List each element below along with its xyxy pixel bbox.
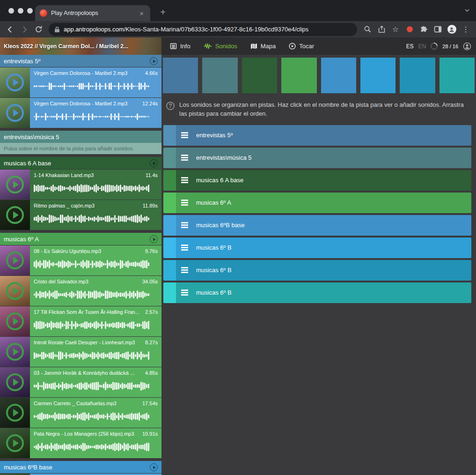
close-window-button[interactable] <box>8 8 14 14</box>
minimize-window-button[interactable] <box>18 8 23 14</box>
clip-item[interactable]: Virgen Carmen Dolorosa - Maribel 2.mp3 1… <box>0 98 161 128</box>
track-color-swatch[interactable] <box>439 58 475 93</box>
section-title[interactable]: musicas 6 A base <box>4 160 150 167</box>
track-name[interactable]: musicas 6º B <box>196 289 232 296</box>
new-tab-button[interactable]: + <box>156 6 169 19</box>
clip-play-icon[interactable] <box>6 252 24 269</box>
drag-handle-icon[interactable] <box>181 132 188 138</box>
lang-en-button[interactable]: EN <box>418 43 426 50</box>
share-icon[interactable] <box>375 23 388 36</box>
track-name[interactable]: musicas 6º B <box>196 267 232 274</box>
section-title[interactable]: entrevistas 5º <box>4 58 150 65</box>
drag-handle-icon[interactable] <box>181 267 188 273</box>
clip-play-icon[interactable] <box>6 373 24 391</box>
clip-item[interactable]: 17 Till Flickan Som Är Tusen År-Halling … <box>0 306 161 336</box>
clip-item[interactable]: Pata Negra - Los Managers (256 kbps).mp3… <box>0 428 161 458</box>
tab-mapa[interactable]: Mapa <box>250 43 276 50</box>
account-icon[interactable] <box>463 42 471 51</box>
clip-item[interactable]: Carmen Carreto _ Castañuelas.mp3 17.54s <box>0 398 161 428</box>
track-body[interactable]: musicas 6 A base <box>176 170 471 191</box>
section-header[interactable]: musicas 6ºB base <box>0 461 161 473</box>
track-color-swatch[interactable] <box>242 58 277 93</box>
clip-thumbnail[interactable] <box>0 398 30 428</box>
tab-search-chevron-icon[interactable] <box>464 7 470 15</box>
bookmark-star-icon[interactable]: ☆ <box>389 23 402 36</box>
clip-play-icon[interactable] <box>6 104 24 122</box>
back-button[interactable] <box>4 23 17 36</box>
drag-handle-icon[interactable] <box>181 245 188 251</box>
track-name[interactable]: musicas 6ºB base <box>196 222 245 229</box>
track-row[interactable]: musicas 6º A <box>163 193 471 213</box>
clip-thumbnail[interactable] <box>0 276 30 306</box>
track-color-swatch[interactable] <box>202 58 237 93</box>
clip-thumbnail[interactable] <box>0 245 30 275</box>
clip-thumbnail[interactable] <box>0 200 30 230</box>
clip-play-icon[interactable] <box>6 343 24 361</box>
track-color-swatch[interactable] <box>321 58 356 93</box>
breadcrumb[interactable]: Kleos 2022 // Virgen Carmen Dol... / Mar… <box>0 37 161 55</box>
clip-item[interactable]: Cristo del Salvador.mp3 34.05s <box>0 276 161 306</box>
section-title[interactable]: musicas 6ºB base <box>4 464 150 471</box>
extensions-puzzle-icon[interactable] <box>417 23 430 36</box>
tab-info[interactable]: Info <box>170 43 190 50</box>
browser-tab[interactable]: Play Antropoloops × <box>35 5 150 21</box>
track-color-swatch[interactable] <box>360 58 395 93</box>
clip-thumbnail[interactable] <box>0 170 30 200</box>
section-play-icon[interactable] <box>150 463 158 471</box>
section-play-icon[interactable] <box>150 159 158 167</box>
track-name[interactable]: entrevistas 5º <box>196 132 233 139</box>
section-play-icon[interactable] <box>150 57 158 65</box>
section-header[interactable]: entrevistas 5º <box>0 55 161 67</box>
address-bar[interactable]: app.antropoloops.com/Kleos-Santa-Marina/… <box>49 23 357 36</box>
clip-play-icon[interactable] <box>6 312 24 330</box>
track-row[interactable]: musicas 6 A base <box>163 170 471 191</box>
clip-play-icon[interactable] <box>6 74 24 91</box>
browser-menu-icon[interactable]: ⋮ <box>459 23 472 36</box>
recording-extension-icon[interactable] <box>403 23 416 36</box>
tab-sonidos[interactable]: Sonidos <box>204 43 237 50</box>
section-title[interactable]: musicas 6º A <box>4 236 150 243</box>
clip-thumbnail[interactable] <box>0 367 30 397</box>
track-body[interactable]: musicas 6º B <box>176 238 471 258</box>
clip-item[interactable]: 08 - Es Sakūru Uguntiņu.mp3 9.76s <box>0 245 161 275</box>
zoom-indicator-icon[interactable] <box>361 23 374 36</box>
drag-handle-icon[interactable] <box>181 289 188 296</box>
track-body[interactable]: entrevistas 5º <box>176 125 471 146</box>
clip-thumbnail[interactable] <box>0 306 30 336</box>
profile-avatar[interactable] <box>445 23 458 36</box>
track-body[interactable]: musicas 6º B <box>176 282 471 303</box>
section-play-icon[interactable] <box>150 235 158 243</box>
track-body[interactable]: musicas 6º B <box>176 260 471 281</box>
drag-handle-icon[interactable] <box>181 177 188 183</box>
tab-close-icon[interactable]: × <box>138 9 146 18</box>
clip-play-icon[interactable] <box>6 176 24 193</box>
drag-handle-icon[interactable] <box>181 222 188 228</box>
clip-item[interactable]: 1-14 Khakasian Land.mp3 11.4s <box>0 170 161 200</box>
track-color-swatch[interactable] <box>400 58 435 93</box>
track-row[interactable]: musicas 6º B <box>163 260 471 281</box>
track-name[interactable]: entrevistas\música 5 <box>196 154 252 161</box>
clip-play-icon[interactable] <box>6 404 24 422</box>
track-row[interactable]: entrevistas 5º <box>163 125 471 146</box>
track-row[interactable]: musicas 6º B <box>163 238 471 258</box>
track-body[interactable]: musicas 6º A <box>176 193 471 213</box>
track-color-swatch[interactable] <box>281 58 316 93</box>
track-name[interactable]: musicas 6º B <box>196 244 232 251</box>
section-header[interactable]: musicas 6º A <box>0 233 161 245</box>
clip-play-icon[interactable] <box>6 434 24 452</box>
clip-thumbnail[interactable] <box>0 98 30 128</box>
lang-es-button[interactable]: ES <box>406 43 414 50</box>
drag-handle-icon[interactable] <box>181 155 188 161</box>
clip-item[interactable]: Virgen Carmen Dolorosa - Maribel 2.mp3 4… <box>0 67 161 97</box>
clip-item[interactable]: Introit Rorate Caeli Desuper - Lionheart… <box>0 337 161 367</box>
track-row[interactable]: entrevistas\música 5 <box>163 148 471 168</box>
track-row[interactable]: musicas 6ºB base <box>163 215 471 236</box>
clip-item[interactable]: 03 - Jaromír Horák & Konrádyho dudácká .… <box>0 367 161 397</box>
track-name[interactable]: musicas 6 A base <box>196 177 243 184</box>
section-header[interactable]: musicas 6 A base <box>0 157 161 169</box>
zoom-window-button[interactable] <box>27 8 33 14</box>
section-header[interactable]: entrevistas\música 5 <box>0 131 161 143</box>
track-color-swatch[interactable] <box>163 58 198 93</box>
track-row[interactable]: musicas 6º B <box>163 282 471 303</box>
clip-play-icon[interactable] <box>6 206 24 224</box>
